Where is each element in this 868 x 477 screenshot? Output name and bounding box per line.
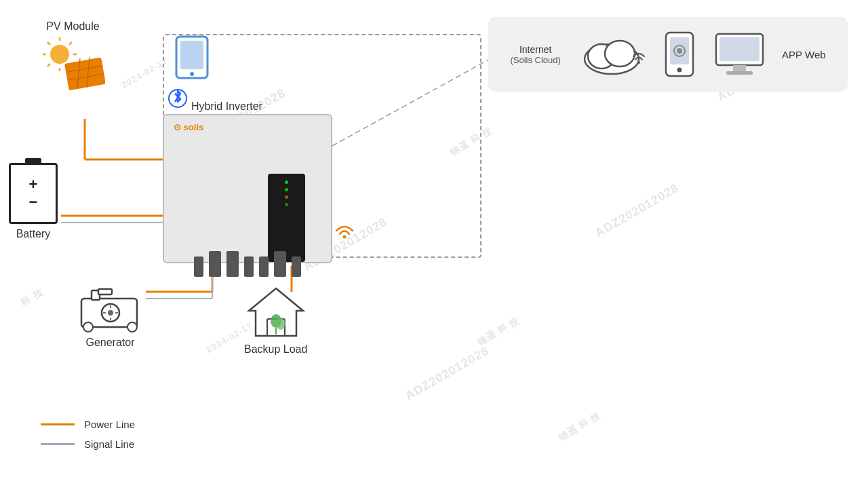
generator-section: Generator xyxy=(78,285,142,349)
signal-line-legend: Signal Line xyxy=(41,438,135,450)
battery-section: + − Battery xyxy=(9,163,58,240)
svg-point-33 xyxy=(108,310,113,316)
watermark-3: ADZ202012028 xyxy=(403,344,492,404)
solis-logo: ⊙ solis xyxy=(174,122,203,132)
backup-load-icon xyxy=(245,285,307,339)
svg-rect-25 xyxy=(180,41,203,69)
watermark-6: 锦遥 科 技 xyxy=(448,125,494,159)
svg-point-43 xyxy=(276,318,285,330)
battery-minus: − xyxy=(29,195,38,210)
svg-point-10 xyxy=(50,45,69,64)
port-4 xyxy=(244,256,254,277)
internet-section: Internet (Solis Cloud) xyxy=(488,17,848,92)
watermark-5: ADZ202012028 xyxy=(593,181,682,241)
svg-point-28 xyxy=(343,235,347,239)
backup-load-section: Backup Load xyxy=(244,285,307,356)
watermark-date-1: 2024-02-17 xyxy=(119,56,170,90)
watermark-8: 锦遥 科 技 xyxy=(475,315,521,349)
tablet-icon xyxy=(175,35,209,82)
signal-line-label: Signal Line xyxy=(84,438,134,450)
internet-label: Internet xyxy=(510,44,560,55)
power-line-legend: Power Line xyxy=(41,419,135,430)
legend: Power Line Signal Line xyxy=(41,419,135,458)
battery-plus: + xyxy=(29,177,38,192)
power-line-label: Power Line xyxy=(84,419,135,430)
port-1 xyxy=(194,256,203,277)
power-line-sample xyxy=(41,423,75,425)
internet-label-group: Internet (Solis Cloud) xyxy=(510,44,560,65)
svg-line-18 xyxy=(47,64,50,66)
port-5 xyxy=(259,256,269,277)
inverter-display xyxy=(268,174,305,262)
inverter-bottom-ports xyxy=(194,251,301,277)
battery-icon: + − xyxy=(9,163,58,224)
generator-icon xyxy=(78,285,142,332)
pv-module: PV Module xyxy=(41,20,105,94)
watermark-9: 锦遥 科 技 xyxy=(556,410,603,444)
svg-point-48 xyxy=(637,61,640,64)
svg-rect-56 xyxy=(733,65,746,72)
inverter-box: ⊙ solis xyxy=(163,114,332,263)
svg-point-38 xyxy=(83,322,93,332)
svg-line-15 xyxy=(47,42,50,45)
solis-cloud-label: (Solis Cloud) xyxy=(510,55,560,65)
port-7 xyxy=(292,256,301,277)
svg-point-47 xyxy=(605,41,635,66)
hybrid-inverter-label: Hybrid Inverter xyxy=(191,100,262,113)
svg-point-51 xyxy=(677,68,682,73)
svg-point-26 xyxy=(190,72,194,76)
svg-line-17 xyxy=(69,42,72,45)
svg-point-53 xyxy=(677,48,682,54)
signal-line-sample xyxy=(41,443,75,445)
pv-module-label: PV Module xyxy=(46,20,99,33)
backup-load-label: Backup Load xyxy=(244,343,307,356)
svg-rect-19 xyxy=(64,57,105,90)
watermark-7: 科 技 xyxy=(19,286,45,309)
svg-rect-57 xyxy=(726,71,753,75)
svg-rect-31 xyxy=(98,289,112,294)
svg-point-39 xyxy=(127,322,137,332)
phone-icon xyxy=(662,31,697,78)
wifi-signal-icon xyxy=(332,216,357,244)
svg-rect-55 xyxy=(719,37,760,61)
bluetooth-icon xyxy=(168,87,187,113)
app-web-label: APP Web xyxy=(782,49,825,60)
diagram-container: ADZ202012028 ADZ202012028 ADZ202012028 A… xyxy=(0,0,868,477)
port-2 xyxy=(209,251,221,277)
pv-module-icon xyxy=(41,37,105,94)
port-3 xyxy=(226,251,239,277)
port-6 xyxy=(274,251,286,277)
monitor-icon xyxy=(714,31,765,78)
generator-label: Generator xyxy=(85,337,134,349)
svg-line-9 xyxy=(332,54,498,146)
cloud-icon xyxy=(578,31,646,78)
battery-label: Battery xyxy=(16,228,51,240)
